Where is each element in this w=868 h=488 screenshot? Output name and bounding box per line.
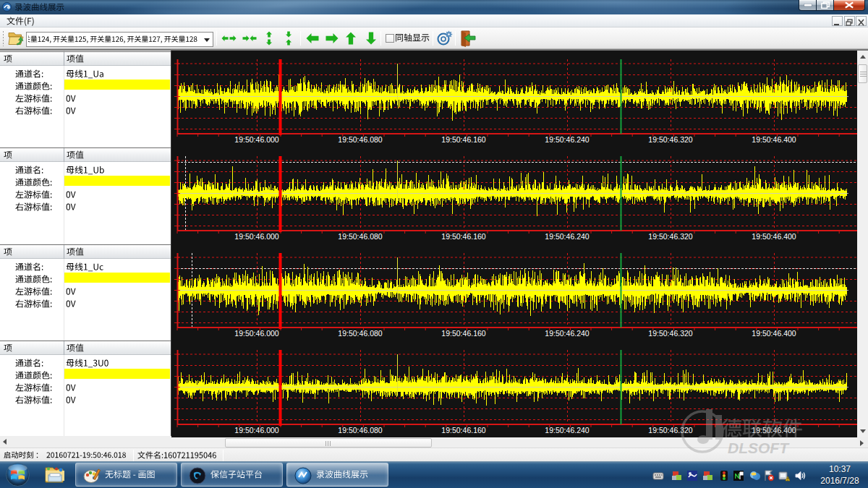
svg-text:19:50:46.080: 19:50:46.080 bbox=[338, 426, 382, 435]
svg-text:19:50:46.000: 19:50:46.000 bbox=[234, 426, 278, 435]
svg-text:19:50:46.080: 19:50:46.080 bbox=[338, 135, 382, 144]
svg-text:19:50:46.240: 19:50:46.240 bbox=[545, 329, 589, 338]
svg-text:19:50:46.160: 19:50:46.160 bbox=[441, 329, 485, 338]
svg-text:19:50:46.080: 19:50:46.080 bbox=[338, 232, 382, 241]
svg-text:19:50:46.400: 19:50:46.400 bbox=[752, 426, 796, 435]
svg-text:19:50:46.000: 19:50:46.000 bbox=[234, 135, 278, 144]
svg-text:19:50:46.000: 19:50:46.000 bbox=[234, 232, 278, 241]
svg-text:19:50:46.080: 19:50:46.080 bbox=[338, 329, 382, 338]
svg-text:19:50:46.160: 19:50:46.160 bbox=[441, 232, 485, 241]
svg-text:19:50:46.320: 19:50:46.320 bbox=[648, 135, 692, 144]
svg-text:19:50:46.320: 19:50:46.320 bbox=[648, 329, 692, 338]
svg-text:19:50:46.240: 19:50:46.240 bbox=[545, 232, 589, 241]
svg-text:19:50:46.320: 19:50:46.320 bbox=[648, 426, 692, 435]
svg-text:19:50:46.240: 19:50:46.240 bbox=[545, 426, 589, 435]
svg-text:19:50:46.240: 19:50:46.240 bbox=[545, 135, 589, 144]
svg-text:19:50:46.400: 19:50:46.400 bbox=[752, 232, 796, 241]
svg-text:19:50:46.320: 19:50:46.320 bbox=[648, 232, 692, 241]
svg-text:19:50:46.400: 19:50:46.400 bbox=[752, 135, 796, 144]
svg-text:19:50:46.160: 19:50:46.160 bbox=[441, 135, 485, 144]
svg-text:19:50:46.000: 19:50:46.000 bbox=[234, 329, 278, 338]
svg-text:19:50:46.160: 19:50:46.160 bbox=[441, 426, 485, 435]
svg-text:19:50:46.400: 19:50:46.400 bbox=[752, 329, 796, 338]
